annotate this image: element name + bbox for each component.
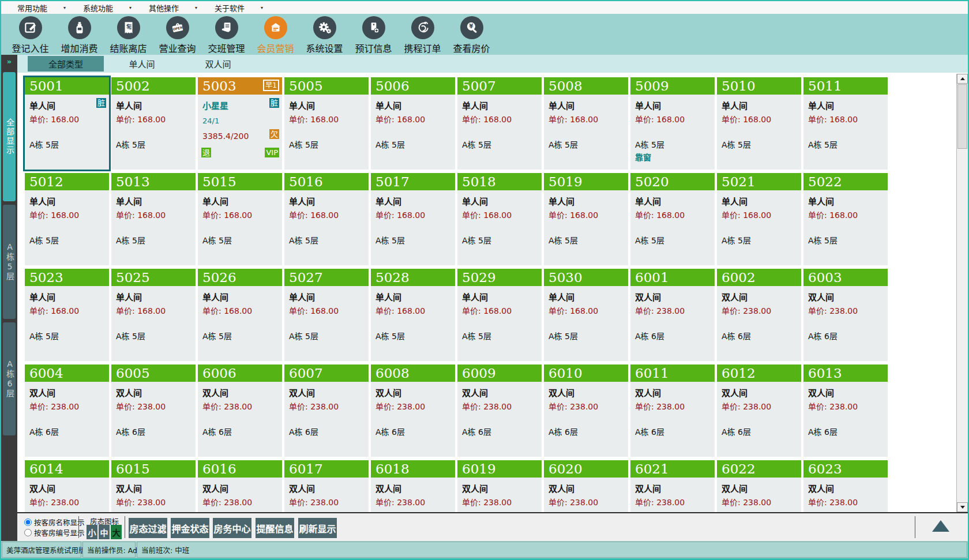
room-cell-5023[interactable]: 5023单人间单价: 168.00A栋 5层	[25, 269, 109, 361]
room-cell-6021[interactable]: 6021双人间单价: 238.00A栋 6层	[630, 460, 715, 512]
sidebar-item-building-a-floor6[interactable]: A栋6层	[3, 322, 16, 435]
display-by-room-number-option[interactable]: 按客房编号显示	[24, 527, 85, 538]
room-cell-6019[interactable]: 6019双人间单价: 238.00A栋 6层	[457, 460, 542, 512]
tab-room-type-1[interactable]: 单人间	[104, 56, 180, 72]
room-cell-6016[interactable]: 6016双人间单价: 238.00A栋 6层	[198, 460, 282, 512]
room-cell-6017[interactable]: 6017双人间单价: 238.00A栋 6层	[284, 460, 369, 512]
toolbar-button-ctrip-order[interactable]: 携程订单	[398, 14, 447, 55]
refresh-display-button[interactable]: 刷新显示	[298, 518, 337, 538]
room-status-filter-button[interactable]: 房态过滤	[129, 518, 167, 538]
room-number: 6018	[375, 460, 410, 478]
sidebar-item-building-a-floor5[interactable]: A栋5层	[3, 205, 16, 319]
toolbar-button-member-marketing[interactable]: 会员营销	[251, 14, 300, 55]
toolbar-button-checkout[interactable]: $ 结账离店	[104, 14, 153, 55]
toolbar-button-system-settings[interactable]: 系统设置	[300, 14, 349, 55]
room-cell-5011[interactable]: 5011单人间单价: 168.00A栋 5层	[803, 77, 888, 170]
room-cell-6020[interactable]: 6020双人间单价: 238.00A栋 6层	[544, 460, 628, 512]
room-cell-5026[interactable]: 5026单人间单价: 168.00A栋 5层	[198, 269, 282, 361]
room-cell-5025[interactable]: 5025单人间单价: 168.00A栋 5层	[111, 269, 196, 361]
room-cell-6011[interactable]: 6011双人间单价: 238.00A栋 6层	[630, 364, 715, 457]
toolbar-button-business-query[interactable]: OPEN 营业查询	[153, 14, 202, 55]
room-cell-5021[interactable]: 5021单人间单价: 168.00A栋 5层	[717, 173, 801, 265]
room-number: 5006	[375, 77, 410, 95]
room-cell-5017[interactable]: 5017单人间单价: 168.00A栋 5层	[371, 173, 455, 265]
room-cell-5006[interactable]: 5006单人间单价: 168.00A栋 5层	[371, 77, 455, 170]
room-cell-6003[interactable]: 6003双人间单价: 238.00A栋 6层	[803, 269, 888, 361]
scroll-down-button[interactable]	[957, 502, 968, 512]
scrollbar-thumb[interactable]	[957, 84, 967, 149]
toolbar-button-shift-management[interactable]: 交班管理	[202, 14, 251, 55]
tab-room-type-2[interactable]: 双人间	[180, 56, 256, 72]
toolbar-button-room-price[interactable]: ¥ 查看房价	[447, 14, 496, 55]
room-cell-6002[interactable]: 6002双人间单价: 238.00A栋 6层	[717, 269, 801, 361]
room-cell-6008[interactable]: 6008双人间单价: 238.00A栋 6层	[371, 364, 455, 457]
room-cell-5003[interactable]: 5003早1脏小星星24/13385.4/200欠退VIP	[198, 77, 282, 170]
sidebar-item-show-all[interactable]: 全部显示	[3, 72, 16, 201]
room-cell-5020[interactable]: 5020单人间单价: 168.00A栋 5层	[630, 173, 715, 265]
menu-item-3[interactable]: 关于软件▾	[208, 1, 270, 14]
room-cell-5007[interactable]: 5007单人间单价: 168.00A栋 5层	[457, 77, 542, 170]
icon-size-medium-button[interactable]: 中	[99, 525, 110, 539]
room-cell-5018[interactable]: 5018单人间单价: 168.00A栋 5层	[457, 173, 542, 265]
room-header: 5002	[111, 77, 196, 95]
tab-room-type-0[interactable]: 全部类型	[28, 56, 104, 72]
room-cell-5005[interactable]: 5005单人间单价: 168.00A栋 5层	[284, 77, 369, 170]
deposit-status-button[interactable]: 押金状态	[171, 518, 209, 538]
room-cell-6022[interactable]: 6022双人间单价: 238.00A栋 6层	[717, 460, 801, 512]
room-cell-6014[interactable]: 6014双人间单价: 238.00A栋 6层	[25, 460, 109, 512]
room-cell-6007[interactable]: 6007双人间单价: 238.00A栋 6层	[284, 364, 369, 457]
room-cell-5027[interactable]: 5027单人间单价: 168.00A栋 5层	[284, 269, 369, 361]
room-cell-5002[interactable]: 5002单人间单价: 168.00A栋 5层	[111, 77, 196, 170]
icon-size-large-button[interactable]: 大	[111, 525, 122, 539]
room-cell-6023[interactable]: 6023双人间单价: 238.00A栋 6层	[803, 460, 888, 512]
sidebar-collapse-button[interactable]: »	[1, 55, 17, 70]
room-price-label: 单价: 168.00	[289, 209, 339, 220]
menu-item-0[interactable]: 常用功能▾	[10, 1, 73, 14]
reminder-info-button[interactable]: 提醒信息	[256, 518, 294, 538]
room-type-label: 单人间	[375, 195, 401, 207]
menu-item-2[interactable]: 其他操作▾	[142, 1, 204, 14]
room-price-label: 单价: 238.00	[462, 496, 512, 508]
ctrip-order-icon	[411, 16, 434, 39]
display-by-room-name-radio[interactable]	[24, 518, 32, 526]
room-cell-5016[interactable]: 5016单人间单价: 168.00A栋 5层	[284, 173, 369, 265]
toolbar-button-checkin[interactable]: 登记入住	[6, 14, 55, 55]
icon-size-small-button[interactable]: 小	[87, 525, 97, 539]
toolbar-button-reservation-info[interactable]: 预订信息	[349, 14, 398, 55]
menu-item-1[interactable]: 系统功能▾	[76, 1, 138, 14]
room-cell-5012[interactable]: 5012单人间单价: 168.00A栋 5层	[25, 173, 109, 265]
room-cell-6006[interactable]: 6006双人间单价: 238.00A栋 6层	[198, 364, 282, 457]
display-by-room-number-radio[interactable]	[24, 529, 32, 536]
room-cell-5022[interactable]: 5022单人间单价: 168.00A栋 5层	[803, 173, 888, 265]
room-price-label: 单价: 168.00	[289, 113, 339, 125]
room-cell-6012[interactable]: 6012双人间单价: 238.00A栋 6层	[717, 364, 801, 457]
room-number: 5029	[462, 269, 496, 286]
room-cell-6010[interactable]: 6010双人间单价: 238.00A栋 6层	[544, 364, 628, 457]
room-cell-5010[interactable]: 5010单人间单价: 168.00A栋 5层	[717, 77, 801, 170]
room-price-label: 单价: 238.00	[808, 305, 858, 316]
room-header: 5007	[457, 77, 542, 95]
display-by-room-name-option[interactable]: 按客房名称显示	[24, 517, 85, 528]
room-type-label: 单人间	[29, 195, 55, 207]
scroll-up-button[interactable]	[957, 74, 968, 84]
room-cell-5019[interactable]: 5019单人间单价: 168.00A栋 5层	[544, 173, 628, 265]
room-cell-5030[interactable]: 5030单人间单价: 168.00A栋 5层	[544, 269, 628, 361]
room-cell-5015[interactable]: 5015单人间单价: 168.00A栋 5层	[198, 173, 282, 265]
room-cell-6001[interactable]: 6001双人间单价: 238.00A栋 6层	[630, 269, 715, 361]
room-cell-5028[interactable]: 5028单人间单价: 168.00A栋 5层	[371, 269, 455, 361]
room-cell-5008[interactable]: 5008单人间单价: 168.00A栋 5层	[544, 77, 628, 170]
room-cell-5001[interactable]: 5001脏单人间单价: 168.00A栋 5层	[25, 77, 109, 170]
toolbar-button-add-consumption[interactable]: 增加消费	[55, 14, 104, 55]
room-cell-6013[interactable]: 6013双人间单价: 238.00A栋 6层	[803, 364, 888, 457]
room-cell-5009[interactable]: 5009单人间单价: 168.00A栋 5层靠窗	[630, 77, 715, 170]
housekeeping-center-button[interactable]: 房务中心	[213, 518, 251, 538]
expand-up-icon[interactable]	[932, 520, 949, 532]
room-cell-5013[interactable]: 5013单人间单价: 168.00A栋 5层	[111, 173, 196, 265]
room-cell-6015[interactable]: 6015双人间单价: 238.00A栋 6层	[111, 460, 196, 512]
room-cell-5029[interactable]: 5029单人间单价: 168.00A栋 5层	[457, 269, 542, 361]
vertical-scrollbar[interactable]	[956, 74, 968, 512]
room-cell-6009[interactable]: 6009双人间单价: 238.00A栋 6层	[457, 364, 542, 457]
room-cell-6018[interactable]: 6018双人间单价: 238.00A栋 6层	[371, 460, 455, 512]
room-cell-6004[interactable]: 6004双人间单价: 238.00A栋 6层	[25, 364, 109, 457]
room-cell-6005[interactable]: 6005双人间单价: 238.00A栋 6层	[111, 364, 196, 457]
